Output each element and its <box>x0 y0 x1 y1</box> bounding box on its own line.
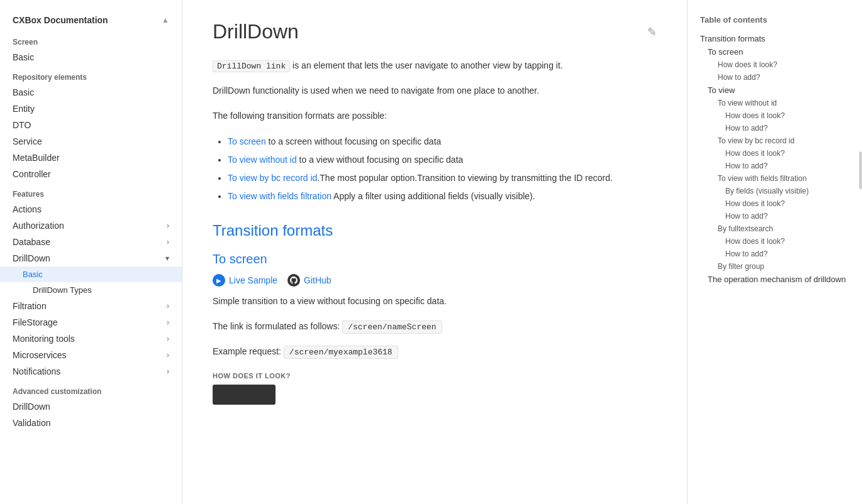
sidebar-app-title[interactable]: CXBox Documentation ▲ <box>0 10 182 30</box>
drilldown-expand-icon: ▾ <box>165 254 169 263</box>
github-icon <box>287 274 300 287</box>
toc-item[interactable]: How to add? <box>688 122 863 134</box>
authorization-expand-icon: › <box>167 221 169 230</box>
sidebar-item-filestorage[interactable]: FileStorage › <box>0 314 182 331</box>
live-sample-label: Live Sample <box>229 275 277 285</box>
toc-item[interactable]: The operation mechanism of drilldown <box>688 273 863 286</box>
sidebar-item-microservices[interactable]: Microservices › <box>0 347 182 363</box>
sidebar-item-drilldown[interactable]: DrillDown ▾ <box>0 250 182 266</box>
toc-item[interactable]: To view <box>688 84 863 97</box>
sidebar-item-filtration[interactable]: Filtration › <box>0 298 182 314</box>
sidebar-section-screen: Screen <box>0 30 182 49</box>
transition-formats-heading: Transition formats <box>213 222 657 239</box>
page-title-row: DrillDown ✎ <box>213 20 657 43</box>
page-title: DrillDown <box>213 20 299 43</box>
sidebar-item-validation[interactable]: Validation <box>0 415 182 431</box>
toc-item[interactable]: How does it look? <box>688 147 863 160</box>
github-link[interactable]: GitHub <box>287 274 331 287</box>
sample-links-row: ▶ Live Sample GitHub <box>213 274 657 287</box>
sidebar-item-screen-basic[interactable]: Basic <box>0 49 182 65</box>
toc-item[interactable]: How does it look? <box>688 109 863 122</box>
sidebar-section-advanced: Advanced customization <box>0 380 182 398</box>
database-expand-icon: › <box>167 238 169 246</box>
microservices-expand-icon: › <box>167 351 169 359</box>
toc-item[interactable]: How to add? <box>688 210 863 222</box>
toc-item[interactable]: How to add? <box>688 248 863 260</box>
simple-transition-text: Simple transition to a view without focu… <box>213 294 657 309</box>
to-screen-heading: To screen <box>213 252 657 266</box>
sidebar-item-drilldown-basic[interactable]: Basic <box>0 266 182 282</box>
list-item-to-screen: To screen to a screen without focusing o… <box>228 134 657 150</box>
list-item-to-view-bc: To view by bc record id.The most popular… <box>228 170 657 186</box>
toc-item[interactable]: By fields (visually visible) <box>688 185 863 197</box>
edit-icon[interactable]: ✎ <box>647 25 657 39</box>
sidebar: CXBox Documentation ▲ Screen Basic Repos… <box>0 0 182 504</box>
list-item-to-view-filtration: To view with fields filtration Apply a f… <box>228 189 657 204</box>
sidebar-item-advanced-drilldown[interactable]: DrillDown <box>0 398 182 415</box>
link-formula-row: The link is formulated as follows: /scre… <box>213 319 657 334</box>
screenshot-preview-bar <box>213 385 276 405</box>
inline-code-drilldown: DrillDown link <box>213 60 290 72</box>
paragraph1: DrillDown functionality is used when we … <box>213 84 657 99</box>
list-item-to-view-without-id: To view without id to a view without foc… <box>228 152 657 168</box>
filestorage-expand-icon: › <box>167 318 169 327</box>
toc-item[interactable]: How does it look? <box>688 235 863 248</box>
how-does-it-look-label: HOW DOES IT LOOK? <box>213 372 657 380</box>
transition-list: To screen to a screen without focusing o… <box>228 134 657 205</box>
sidebar-section-repo: Repository elements <box>0 65 182 84</box>
sidebar-item-metabuilder[interactable]: MetaBuilder <box>0 150 182 166</box>
sidebar-item-monitoring[interactable]: Monitoring tools › <box>0 331 182 347</box>
link-formula-code: /screen/nameScreen <box>342 320 442 334</box>
example-request-row: Example request: /screen/myexample3618 <box>213 344 657 359</box>
link-to-view-bc[interactable]: To view by bc record id <box>228 173 317 183</box>
sidebar-title-text: CXBox Documentation <box>13 15 108 25</box>
toc-item[interactable]: How does it look? <box>688 197 863 210</box>
toc-item[interactable]: How to add? <box>688 71 863 84</box>
github-label: GitHub <box>304 275 331 285</box>
toc-item[interactable]: By filter group <box>688 260 863 273</box>
sidebar-item-drilldown-types[interactable]: DrillDown Types <box>0 282 182 298</box>
paragraph2: The following transition formats are pos… <box>213 109 657 124</box>
example-request-code: /screen/myexample3618 <box>284 346 398 359</box>
toc-item[interactable]: How does it look? <box>688 58 863 71</box>
sidebar-item-actions[interactable]: Actions <box>0 201 182 217</box>
toc-title: Table of contents <box>688 10 863 32</box>
toc-item[interactable]: By fulltextsearch <box>688 222 863 235</box>
toc-item[interactable]: To view with fields filtration <box>688 172 863 185</box>
main-content: DrillDown ✎ DrillDown link is an element… <box>182 0 687 504</box>
sidebar-item-authorization[interactable]: Authorization › <box>0 217 182 234</box>
toc-item[interactable]: Transition formats <box>688 32 863 45</box>
sidebar-item-service[interactable]: Service <box>0 133 182 150</box>
notifications-expand-icon: › <box>167 367 169 376</box>
link-to-screen[interactable]: To screen <box>228 136 266 146</box>
toc-item[interactable]: To view without id <box>688 97 863 109</box>
toc-item[interactable]: How to add? <box>688 160 863 172</box>
toc-item[interactable]: To screen <box>688 45 863 58</box>
link-to-view-filtration[interactable]: To view with fields filtration <box>228 191 331 201</box>
toc-item[interactable]: To view by bc record id <box>688 134 863 147</box>
intro-paragraph: DrillDown link is an element that lets t… <box>213 58 657 74</box>
live-sample-link[interactable]: ▶ Live Sample <box>213 274 277 287</box>
sidebar-section-features: Features <box>0 182 182 201</box>
play-icon: ▶ <box>213 274 225 287</box>
sidebar-item-repo-basic[interactable]: Basic <box>0 84 182 101</box>
filtration-expand-icon: › <box>167 302 169 310</box>
table-of-contents: Table of contents Transition formatsTo s… <box>687 0 863 504</box>
sidebar-item-controller[interactable]: Controller <box>0 166 182 182</box>
sidebar-item-notifications[interactable]: Notifications › <box>0 363 182 380</box>
sidebar-item-dto[interactable]: DTO <box>0 117 182 133</box>
link-to-view-without-id[interactable]: To view without id <box>228 155 297 165</box>
monitoring-expand-icon: › <box>167 334 169 343</box>
sidebar-item-entity[interactable]: Entity <box>0 101 182 117</box>
sidebar-collapse-icon: ▲ <box>162 16 169 25</box>
sidebar-item-database[interactable]: Database › <box>0 234 182 250</box>
